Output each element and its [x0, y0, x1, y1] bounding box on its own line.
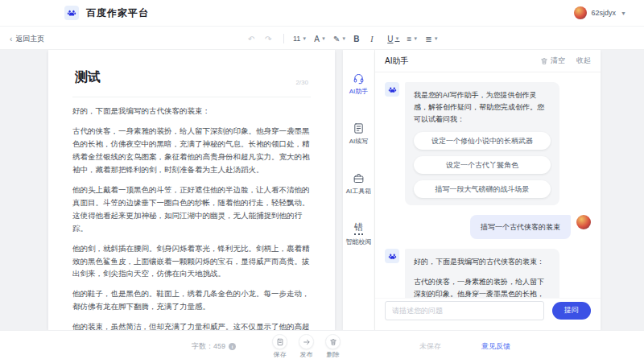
rail-label: AI续写 — [349, 137, 369, 146]
bot-message-row: 好的，下面是我编写的古代侠客的装束： 古代的侠客，一身素雅的装扮，给人留下深刻的… — [385, 249, 591, 298]
suggestion-pill[interactable]: 描写一段大气磅礴的战斗场景 — [414, 180, 551, 198]
editor-body[interactable]: 好的，下面是我编写的古代侠客的装束： 古代的侠客，一身素雅的装扮，给人留下深刻的… — [72, 105, 311, 330]
undo-icon[interactable]: ↶ — [248, 35, 258, 43]
chat-input-row: 提问 — [375, 298, 601, 330]
formatting-tools: ↶ ↷ 11▼ A▼ ✎▼ B I U▼ ≡▼ ≣▼ — [248, 27, 439, 51]
headset-icon — [353, 72, 365, 85]
bot-reply-intro: 好的，下面是我编写的古代侠客的装束： — [414, 256, 551, 268]
rail-item-ai-continue[interactable]: AI续写 — [349, 122, 369, 146]
save-status: 未保存 — [419, 341, 441, 352]
ai-tool-rail: AI助手 AI续写 AI工具箱 错 智能校阅 — [343, 50, 375, 330]
back-home-label: 返回主页 — [15, 34, 44, 44]
bot-avatar-paw-icon — [385, 249, 399, 263]
feedback-link[interactable]: 意见反馈 — [481, 341, 510, 352]
ai-panel-header: AI助手 清空 收起 — [375, 50, 601, 72]
title-char-counter: 2/30 — [295, 79, 308, 86]
italic-button[interactable]: I — [370, 35, 380, 43]
collapse-panel-button[interactable]: 收起 — [576, 56, 591, 66]
clear-chat-label: 清空 — [551, 56, 565, 66]
rail-item-ai-toolbox[interactable]: AI工具箱 — [346, 172, 372, 196]
doc-paragraph: 他的鞋子，也是黑色的。鞋面上，绣着几条金色的小龙。每一步走动，都仿佛有龙在脚下翻… — [72, 287, 311, 313]
bold-button[interactable]: B — [353, 35, 363, 43]
suggestion-pill[interactable]: 设定一个修仙小说中的长柄武器 — [414, 132, 551, 150]
delete-label: 删除 — [327, 350, 340, 359]
save-label: 保存 — [274, 350, 287, 359]
baidu-paw-icon — [64, 6, 79, 20]
question-input[interactable] — [385, 301, 544, 320]
bot-intro-text: 我是您的AI写作助手，为您提供创作灵感，解答创作疑问，帮助您完成创作。您可以试着… — [414, 89, 551, 126]
rail-item-smart-proofread[interactable]: 错 智能校阅 — [346, 222, 372, 246]
rail-label: AI助手 — [349, 87, 369, 96]
doc-paragraph: 他的剑，就斜插在腰间。剑身闪烁着寒光，锋利无比。剑柄上，裹着精致的黑色鲨鱼皮，上… — [72, 242, 311, 281]
main-area: 测试 2/30 好的，下面是我编写的古代侠客的装束： 古代的侠客，一身素雅的装扮… — [0, 50, 644, 330]
bot-message-row: 我是您的AI写作助手，为您提供创作灵感，解答创作疑问，帮助您完成创作。您可以试着… — [385, 82, 591, 205]
delete-icon — [329, 338, 337, 346]
bot-avatar-paw-icon — [385, 82, 399, 97]
title-divider — [72, 97, 311, 97]
save-icon — [276, 338, 284, 346]
back-home-button[interactable]: ‹ 返回主页 — [10, 27, 44, 51]
bot-reply-bubble: 好的，下面是我编写的古代侠客的装束： 古代的侠客，一身素雅的装扮，给人留下深刻的… — [405, 249, 559, 298]
chevron-left-icon: ‹ — [10, 35, 12, 43]
user-message-row: 描写一个古代侠客的装束 — [385, 215, 591, 240]
publish-button[interactable]: 发布 — [299, 334, 314, 359]
suggestion-pill[interactable]: 设定一个古代丫鬟角色 — [414, 156, 551, 174]
bot-reply-body: 古代的侠客，一身素雅的装扮，给人留下深刻的印象。他身穿一袭墨黑色的长袍，仿佛夜空… — [414, 276, 551, 298]
highlight-color-button[interactable]: ✎▼ — [333, 35, 346, 43]
trash-icon — [540, 57, 548, 65]
rail-label: AI工具箱 — [346, 187, 372, 196]
editor-toolbar: ‹ 返回主页 ↶ ↷ 11▼ A▼ ✎▼ B I U▼ ≡▼ ≣▼ — [0, 26, 644, 50]
username: 62sjdyx — [592, 9, 617, 17]
document-card: 测试 2/30 好的，下面是我编写的古代侠客的装束： 古代的侠客，一身素雅的装扮… — [48, 50, 335, 330]
font-size-select[interactable]: 11▼ — [293, 35, 307, 43]
top-header: 百度作家平台 62sjdyx ▼ — [0, 0, 644, 26]
collapse-label: 收起 — [576, 56, 591, 66]
doc-paragraph: 他的装束，虽然简洁，但却充满了力量和威严。这不仅显示了他的高超武艺和坚韧性格，也… — [72, 320, 311, 330]
save-button[interactable]: 保存 — [272, 334, 287, 359]
toolbox-icon — [353, 172, 365, 184]
user-menu[interactable]: 62sjdyx ▼ — [574, 6, 626, 19]
rail-label: 智能校阅 — [346, 237, 372, 246]
toolbar-divider — [283, 34, 284, 43]
redo-icon[interactable]: ↷ — [265, 35, 275, 43]
font-color-button[interactable]: A▼ — [314, 35, 326, 43]
clear-chat-button[interactable]: 清空 — [540, 56, 565, 66]
user-chat-avatar — [576, 215, 591, 229]
ai-panel-title: AI助手 — [385, 56, 408, 67]
app-title: 百度作家平台 — [86, 6, 149, 20]
ai-assistant-panel: AI助手 清空 收起 我是您的AI写作助手，为您提供创作灵感，解答创作疑问，帮助… — [375, 50, 601, 330]
footer-bar: 字数：459 i 保存 发布 删除 未保存 意见反馈 — [0, 330, 644, 359]
doc-paragraph: 古代的侠客，一身素雅的装扮，给人留下深刻的印象。他身穿一袭墨黑色的长袍，仿佛夜空… — [72, 125, 311, 176]
info-icon[interactable]: i — [229, 343, 236, 350]
ask-button[interactable]: 提问 — [552, 302, 591, 320]
bot-intro-bubble: 我是您的AI写作助手，为您提供创作灵感，解答创作疑问，帮助您完成创作。您可以试着… — [405, 82, 559, 205]
underline-button[interactable]: U▼ — [387, 35, 399, 43]
document-title-input[interactable]: 测试 — [75, 69, 101, 86]
delete-button[interactable]: 删除 — [325, 334, 341, 359]
word-count-label: 字数：459 — [192, 341, 225, 352]
proofread-icon: 错 — [354, 222, 363, 235]
align-button[interactable]: ≡▼ — [407, 35, 418, 43]
user-avatar[interactable] — [574, 6, 587, 19]
document-actions: 保存 发布 删除 — [272, 334, 341, 359]
list-button[interactable]: ≣▼ — [425, 35, 438, 43]
rail-item-ai-assistant[interactable]: AI助手 — [349, 72, 369, 96]
document-icon — [353, 122, 365, 134]
doc-paragraph: 他的头上戴着一顶黑色的斗笠，正好遮住他的半边脸，让人看不清他的真面目。斗笠的边缘… — [72, 184, 311, 235]
word-count: 字数：459 i — [192, 341, 236, 352]
chat-area: 我是您的AI写作助手，为您提供创作灵感，解答创作疑问，帮助您完成创作。您可以试着… — [375, 72, 601, 298]
publish-label: 发布 — [300, 350, 313, 359]
publish-icon — [303, 338, 311, 346]
doc-paragraph: 好的，下面是我编写的古代侠客的装束： — [72, 105, 311, 118]
chevron-down-icon: ▼ — [621, 10, 626, 16]
user-message-bubble: 描写一个古代侠客的装束 — [470, 215, 571, 240]
